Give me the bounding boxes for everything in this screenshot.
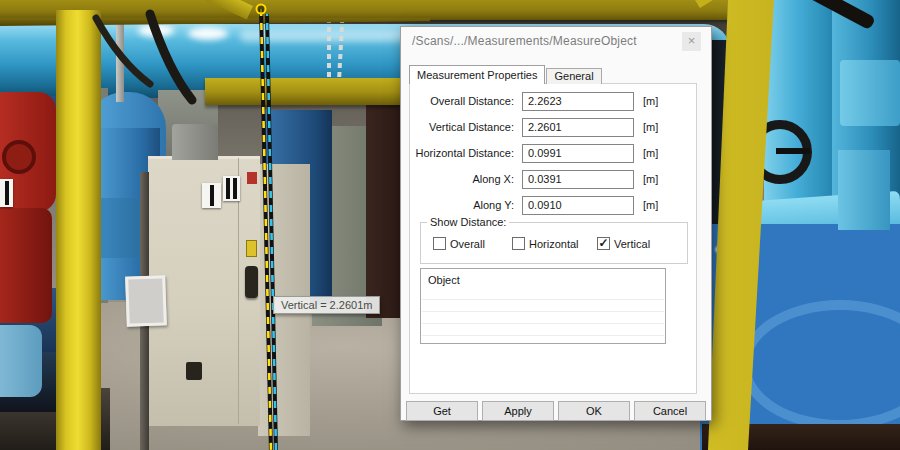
checkbox-box[interactable] [512, 237, 525, 250]
field-row-horizontal: Horizontal Distance: 0.0991 [m] [410, 140, 696, 166]
list-row-divider [422, 299, 664, 300]
field-label: Vertical Distance: [410, 121, 522, 133]
overall-distance-input[interactable]: 2.2623 [522, 92, 634, 111]
list-row-divider [422, 335, 664, 336]
checkbox-box-checked[interactable]: ✓ [597, 237, 610, 250]
apply-button[interactable]: Apply [482, 401, 554, 421]
dialog-buttons: Get Apply OK Cancel [406, 401, 706, 421]
tab-measurement-properties[interactable]: Measurement Properties [409, 65, 545, 84]
horizontal-distance-input[interactable]: 0.0991 [522, 144, 634, 163]
checkbox-overall[interactable]: Overall [433, 237, 485, 250]
unit-label: [m] [643, 199, 658, 211]
along-x-input[interactable]: 0.0391 [522, 170, 634, 189]
checkbox-vertical[interactable]: ✓ Vertical [597, 237, 650, 250]
ok-button[interactable]: OK [558, 401, 630, 421]
close-icon[interactable]: × [682, 32, 701, 51]
properties-panel: Overall Distance: 2.2623 [m] Vertical Di… [409, 83, 697, 394]
list-row-divider [422, 311, 664, 312]
unit-label: [m] [643, 173, 658, 185]
field-label: Along Y: [410, 199, 522, 211]
field-label: Horizontal Distance: [410, 147, 522, 159]
scan-viewport: Vertical = 2.2601m /Scans/.../Measuremen… [0, 0, 900, 450]
show-distance-group: Show Distance: Overall Horizontal ✓ Vert… [420, 222, 688, 264]
distance-fields: Overall Distance: 2.2623 [m] Vertical Di… [410, 88, 696, 218]
along-y-input[interactable]: 0.0910 [522, 196, 634, 215]
checkbox-box[interactable] [433, 237, 446, 250]
checkbox-label: Horizontal [529, 238, 579, 250]
list-row-divider [422, 323, 664, 324]
dialog-title: /Scans/.../Measurements/MeasureObject [412, 34, 637, 48]
field-row-along-x: Along X: 0.0391 [m] [410, 166, 696, 192]
field-label: Overall Distance: [410, 95, 522, 107]
object-list[interactable]: Object [420, 268, 666, 344]
cancel-button[interactable]: Cancel [634, 401, 706, 421]
show-distance-legend: Show Distance: [427, 216, 509, 228]
tab-general[interactable]: General [546, 68, 601, 84]
unit-label: [m] [643, 147, 658, 159]
measurement-tooltip: Vertical = 2.2601m [273, 296, 380, 314]
checkbox-label: Overall [450, 238, 485, 250]
unit-label: [m] [643, 121, 658, 133]
measure-object-dialog: /Scans/.../Measurements/MeasureObject × … [400, 26, 712, 421]
field-label: Along X: [410, 173, 522, 185]
checkbox-label: Vertical [614, 238, 650, 250]
checkbox-horizontal[interactable]: Horizontal [512, 237, 579, 250]
object-list-header: Object [421, 269, 665, 289]
get-button[interactable]: Get [406, 401, 478, 421]
dialog-tabs: Measurement Properties General [409, 65, 602, 84]
unit-label: [m] [643, 95, 658, 107]
vertical-distance-input[interactable]: 2.2601 [522, 118, 634, 137]
field-row-overall: Overall Distance: 2.2623 [m] [410, 88, 696, 114]
field-row-vertical: Vertical Distance: 2.2601 [m] [410, 114, 696, 140]
field-row-along-y: Along Y: 0.0910 [m] [410, 192, 696, 218]
